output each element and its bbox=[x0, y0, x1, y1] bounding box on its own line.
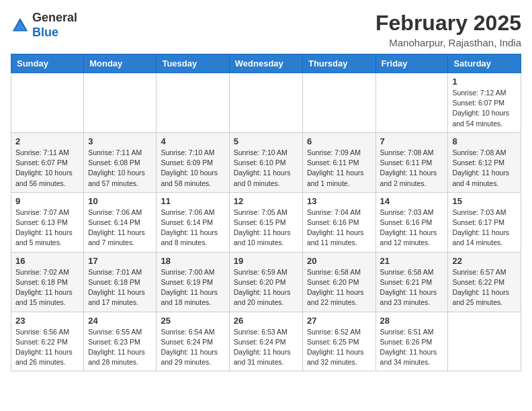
calendar-cell bbox=[302, 73, 375, 133]
day-header-friday: Friday bbox=[375, 54, 448, 73]
calendar-cell bbox=[229, 73, 302, 133]
day-info: Sunrise: 6:54 AM Sunset: 6:24 PM Dayligh… bbox=[161, 327, 224, 368]
calendar-cell: 13Sunrise: 7:04 AM Sunset: 6:16 PM Dayli… bbox=[302, 192, 375, 252]
day-number: 24 bbox=[88, 316, 152, 326]
day-info: Sunrise: 7:12 AM Sunset: 6:07 PM Dayligh… bbox=[452, 88, 517, 129]
day-info: Sunrise: 7:06 AM Sunset: 6:14 PM Dayligh… bbox=[88, 208, 152, 248]
day-number: 13 bbox=[307, 196, 371, 206]
calendar-cell: 9Sunrise: 7:07 AM Sunset: 6:13 PM Daylig… bbox=[11, 192, 84, 252]
page-header: General Blue February 2025 Manoharpur, R… bbox=[11, 11, 521, 48]
day-number: 22 bbox=[452, 256, 517, 266]
day-number: 26 bbox=[234, 316, 298, 326]
day-number: 7 bbox=[380, 136, 444, 146]
day-info: Sunrise: 7:04 AM Sunset: 6:16 PM Dayligh… bbox=[307, 208, 371, 248]
day-number: 8 bbox=[452, 136, 517, 146]
logo-icon bbox=[11, 16, 30, 35]
day-header-wednesday: Wednesday bbox=[229, 54, 302, 73]
day-header-thursday: Thursday bbox=[302, 54, 375, 73]
calendar-cell bbox=[157, 73, 229, 133]
calendar-cell: 11Sunrise: 7:06 AM Sunset: 6:14 PM Dayli… bbox=[157, 192, 229, 252]
day-info: Sunrise: 7:02 AM Sunset: 6:18 PM Dayligh… bbox=[15, 267, 79, 308]
calendar-week-2: 2Sunrise: 7:11 AM Sunset: 6:07 PM Daylig… bbox=[11, 132, 521, 192]
day-number: 17 bbox=[88, 256, 152, 266]
day-number: 5 bbox=[234, 136, 298, 146]
calendar-cell: 16Sunrise: 7:02 AM Sunset: 6:18 PM Dayli… bbox=[11, 252, 84, 312]
day-info: Sunrise: 7:10 AM Sunset: 6:09 PM Dayligh… bbox=[161, 148, 224, 189]
day-info: Sunrise: 7:11 AM Sunset: 6:08 PM Dayligh… bbox=[88, 148, 152, 189]
calendar-cell bbox=[375, 73, 448, 133]
calendar-cell: 27Sunrise: 6:52 AM Sunset: 6:25 PM Dayli… bbox=[302, 312, 375, 371]
day-info: Sunrise: 7:05 AM Sunset: 6:15 PM Dayligh… bbox=[234, 208, 298, 248]
day-info: Sunrise: 7:06 AM Sunset: 6:14 PM Dayligh… bbox=[161, 208, 224, 248]
day-number: 21 bbox=[380, 256, 444, 266]
calendar-cell: 8Sunrise: 7:08 AM Sunset: 6:12 PM Daylig… bbox=[448, 132, 521, 192]
calendar-cell: 22Sunrise: 6:57 AM Sunset: 6:22 PM Dayli… bbox=[448, 252, 521, 312]
calendar-cell: 15Sunrise: 7:03 AM Sunset: 6:17 PM Dayli… bbox=[448, 192, 521, 252]
day-header-tuesday: Tuesday bbox=[157, 54, 229, 73]
day-number: 16 bbox=[15, 256, 79, 266]
day-info: Sunrise: 7:00 AM Sunset: 6:19 PM Dayligh… bbox=[161, 267, 224, 308]
day-number: 12 bbox=[234, 196, 298, 206]
calendar-cell: 19Sunrise: 6:59 AM Sunset: 6:20 PM Dayli… bbox=[229, 252, 302, 312]
calendar-cell bbox=[84, 73, 157, 133]
day-header-monday: Monday bbox=[84, 54, 157, 73]
calendar-week-4: 16Sunrise: 7:02 AM Sunset: 6:18 PM Dayli… bbox=[11, 252, 521, 312]
day-info: Sunrise: 6:58 AM Sunset: 6:20 PM Dayligh… bbox=[307, 267, 371, 308]
calendar-cell: 20Sunrise: 6:58 AM Sunset: 6:20 PM Dayli… bbox=[302, 252, 375, 312]
day-number: 27 bbox=[307, 316, 371, 326]
calendar-cell: 21Sunrise: 6:58 AM Sunset: 6:21 PM Dayli… bbox=[375, 252, 448, 312]
month-title: February 2025 bbox=[375, 11, 521, 36]
calendar-cell: 5Sunrise: 7:10 AM Sunset: 6:10 PM Daylig… bbox=[229, 132, 302, 192]
day-info: Sunrise: 7:08 AM Sunset: 6:12 PM Dayligh… bbox=[452, 148, 517, 189]
day-number: 1 bbox=[452, 77, 517, 87]
day-info: Sunrise: 7:01 AM Sunset: 6:18 PM Dayligh… bbox=[88, 267, 152, 308]
day-number: 20 bbox=[307, 256, 371, 266]
calendar-cell: 17Sunrise: 7:01 AM Sunset: 6:18 PM Dayli… bbox=[84, 252, 157, 312]
day-info: Sunrise: 6:51 AM Sunset: 6:26 PM Dayligh… bbox=[380, 327, 444, 368]
day-info: Sunrise: 6:57 AM Sunset: 6:22 PM Dayligh… bbox=[452, 267, 517, 308]
calendar-cell: 18Sunrise: 7:00 AM Sunset: 6:19 PM Dayli… bbox=[157, 252, 229, 312]
calendar-cell: 23Sunrise: 6:56 AM Sunset: 6:22 PM Dayli… bbox=[11, 312, 84, 371]
location-title: Manoharpur, Rajasthan, India bbox=[375, 37, 521, 48]
calendar-cell: 24Sunrise: 6:55 AM Sunset: 6:23 PM Dayli… bbox=[84, 312, 157, 371]
calendar-cell: 25Sunrise: 6:54 AM Sunset: 6:24 PM Dayli… bbox=[157, 312, 229, 371]
day-info: Sunrise: 6:58 AM Sunset: 6:21 PM Dayligh… bbox=[380, 267, 444, 308]
day-number: 11 bbox=[161, 196, 224, 206]
logo-general-text: General bbox=[32, 11, 77, 24]
day-info: Sunrise: 6:59 AM Sunset: 6:20 PM Dayligh… bbox=[234, 267, 298, 308]
day-info: Sunrise: 6:53 AM Sunset: 6:24 PM Dayligh… bbox=[234, 327, 298, 368]
calendar-week-3: 9Sunrise: 7:07 AM Sunset: 6:13 PM Daylig… bbox=[11, 192, 521, 252]
day-info: Sunrise: 7:11 AM Sunset: 6:07 PM Dayligh… bbox=[15, 148, 79, 189]
day-info: Sunrise: 6:56 AM Sunset: 6:22 PM Dayligh… bbox=[15, 327, 79, 368]
day-info: Sunrise: 7:10 AM Sunset: 6:10 PM Dayligh… bbox=[234, 148, 298, 189]
calendar-cell: 14Sunrise: 7:03 AM Sunset: 6:16 PM Dayli… bbox=[375, 192, 448, 252]
calendar-cell bbox=[448, 312, 521, 371]
calendar-cell: 1Sunrise: 7:12 AM Sunset: 6:07 PM Daylig… bbox=[448, 73, 521, 133]
day-info: Sunrise: 7:07 AM Sunset: 6:13 PM Dayligh… bbox=[15, 208, 79, 248]
logo-blue-text: Blue bbox=[32, 26, 58, 39]
calendar-cell: 12Sunrise: 7:05 AM Sunset: 6:15 PM Dayli… bbox=[229, 192, 302, 252]
calendar-cell: 4Sunrise: 7:10 AM Sunset: 6:09 PM Daylig… bbox=[157, 132, 229, 192]
day-number: 4 bbox=[161, 136, 224, 146]
logo: General Blue bbox=[11, 11, 77, 40]
day-number: 28 bbox=[380, 316, 444, 326]
calendar-cell: 28Sunrise: 6:51 AM Sunset: 6:26 PM Dayli… bbox=[375, 312, 448, 371]
calendar-cell: 26Sunrise: 6:53 AM Sunset: 6:24 PM Dayli… bbox=[229, 312, 302, 371]
day-number: 3 bbox=[88, 136, 152, 146]
day-number: 18 bbox=[161, 256, 224, 266]
day-number: 10 bbox=[88, 196, 152, 206]
calendar-week-1: 1Sunrise: 7:12 AM Sunset: 6:07 PM Daylig… bbox=[11, 73, 521, 133]
calendar-cell bbox=[11, 73, 84, 133]
day-number: 19 bbox=[234, 256, 298, 266]
day-info: Sunrise: 7:03 AM Sunset: 6:16 PM Dayligh… bbox=[380, 208, 444, 248]
calendar-week-5: 23Sunrise: 6:56 AM Sunset: 6:22 PM Dayli… bbox=[11, 312, 521, 371]
calendar-cell: 7Sunrise: 7:08 AM Sunset: 6:11 PM Daylig… bbox=[375, 132, 448, 192]
day-number: 14 bbox=[380, 196, 444, 206]
day-info: Sunrise: 7:09 AM Sunset: 6:11 PM Dayligh… bbox=[307, 148, 371, 189]
day-info: Sunrise: 7:03 AM Sunset: 6:17 PM Dayligh… bbox=[452, 208, 517, 248]
day-number: 23 bbox=[15, 316, 79, 326]
day-number: 2 bbox=[15, 136, 79, 146]
title-block: February 2025 Manoharpur, Rajasthan, Ind… bbox=[375, 11, 521, 48]
day-info: Sunrise: 6:55 AM Sunset: 6:23 PM Dayligh… bbox=[88, 327, 152, 368]
day-info: Sunrise: 6:52 AM Sunset: 6:25 PM Dayligh… bbox=[307, 327, 371, 368]
